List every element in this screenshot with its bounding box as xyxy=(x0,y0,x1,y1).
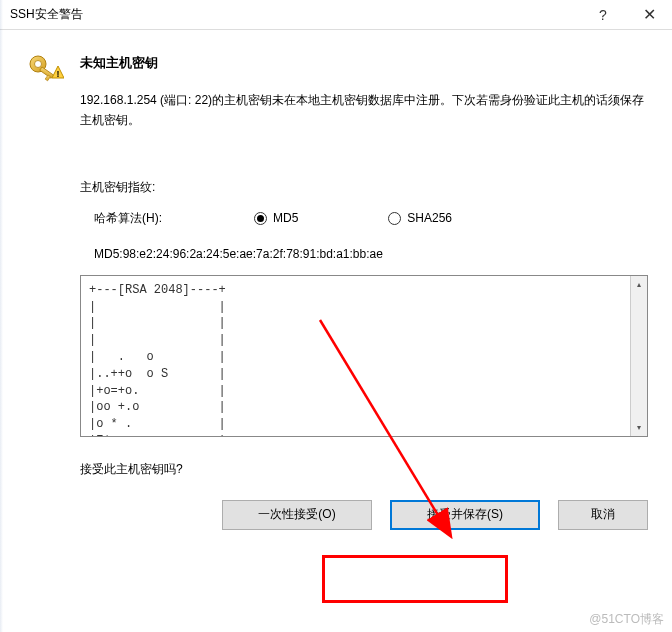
ascii-art-box: +---[RSA 2048]----+ | | | | | | | . o | … xyxy=(81,276,630,436)
radio-sha256[interactable]: SHA256 xyxy=(388,211,452,225)
title-bar: SSH安全警告 ? ✕ xyxy=(0,0,672,30)
svg-point-1 xyxy=(35,61,42,68)
fingerprint-section-label: 主机密钥指纹: xyxy=(80,179,648,196)
cancel-button[interactable]: 取消 xyxy=(558,500,648,530)
fingerprint-value: MD5:98:e2:24:96:2a:24:5e:ae:7a:2f:78:91:… xyxy=(94,247,648,261)
accept-save-button[interactable]: 接受并保存(S) xyxy=(390,500,540,530)
confirm-question: 接受此主机密钥吗? xyxy=(80,461,648,478)
help-button[interactable]: ? xyxy=(580,0,626,30)
watermark-text: @51CTO博客 xyxy=(589,611,664,628)
annotation-highlight xyxy=(322,555,508,603)
radio-icon xyxy=(254,212,267,225)
button-row: 一次性接受(O) 接受并保存(S) 取消 xyxy=(80,500,648,530)
radio-md5-label: MD5 xyxy=(273,211,298,225)
vertical-scrollbar[interactable]: ▴ ▾ xyxy=(630,276,647,436)
radio-sha256-label: SHA256 xyxy=(407,211,452,225)
dialog-content: ! 未知主机密钥 192.168.1.254 (端口: 22)的主机密钥未在本地… xyxy=(0,30,672,544)
accept-once-button[interactable]: 一次性接受(O) xyxy=(222,500,372,530)
key-warning-icon: ! xyxy=(24,52,64,92)
svg-text:!: ! xyxy=(57,69,60,79)
window-title: SSH安全警告 xyxy=(10,6,580,23)
hash-algorithm-row: 哈希算法(H): MD5 SHA256 xyxy=(94,210,648,227)
scroll-up-icon[interactable]: ▴ xyxy=(631,276,647,293)
radio-md5[interactable]: MD5 xyxy=(254,211,298,225)
scroll-down-icon[interactable]: ▾ xyxy=(631,419,647,436)
svg-rect-3 xyxy=(45,75,50,81)
dialog-heading: 未知主机密钥 xyxy=(80,54,648,72)
dialog-description: 192.168.1.254 (端口: 22)的主机密钥未在本地主机密钥数据库中注… xyxy=(80,90,648,131)
close-button[interactable]: ✕ xyxy=(626,0,672,30)
radio-icon xyxy=(388,212,401,225)
ascii-art-container: +---[RSA 2048]----+ | | | | | | | . o | … xyxy=(80,275,648,437)
hash-algorithm-label: 哈希算法(H): xyxy=(94,210,254,227)
